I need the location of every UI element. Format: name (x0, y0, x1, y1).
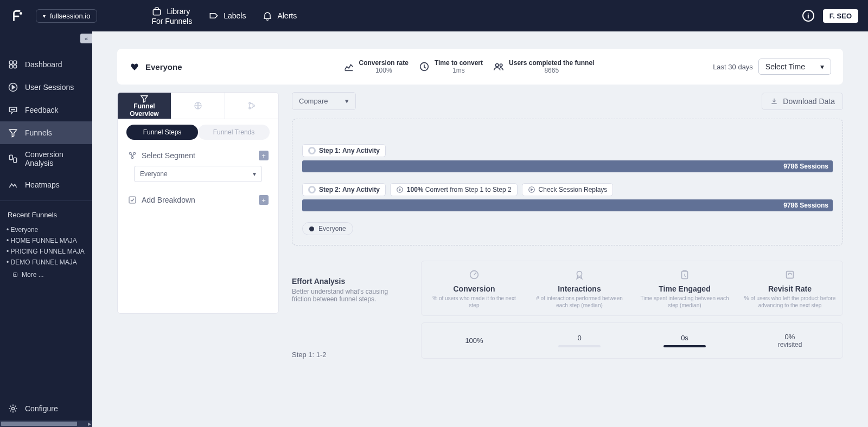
download-label: Download Data (783, 97, 835, 106)
metric-label: Conversion rate (359, 59, 409, 67)
step-label: Step 1: Any Activity (319, 147, 380, 154)
effort-revisit-value: 0% (785, 333, 795, 341)
main-content: Everyone Conversion rate100% Time to con… (92, 31, 868, 427)
metric-value: 100% (359, 67, 409, 74)
effort-time-engaged-value: 0s (681, 334, 688, 342)
sidebar-collapse[interactable]: « (80, 34, 92, 43)
sidebar-item-conversion-analysis[interactable]: Conversion Analysis (0, 144, 92, 173)
add-breakdown-label: Add Breakdown (142, 196, 195, 204)
svg-point-23 (131, 157, 133, 159)
info-icon[interactable]: i (802, 10, 814, 22)
gauge-icon (468, 269, 480, 281)
funnel-conversion-chip: 100% Convert from Step 1 to Step 2 (390, 183, 518, 196)
recent-funnel-item[interactable]: PRICING FUNNEL MAJA (12, 246, 85, 257)
nav-labels[interactable]: Labels (208, 6, 246, 25)
progress-bar (558, 345, 601, 347)
sidebar-item-feedback[interactable]: Feedback (0, 99, 92, 121)
recent-funnel-item[interactable]: Everyone (12, 224, 85, 235)
svg-rect-2 (9, 61, 12, 64)
svg-rect-30 (787, 271, 794, 279)
clock-icon (418, 61, 430, 73)
segment-dropdown[interactable]: Everyone ▾ (134, 166, 262, 182)
recent-funnel-item[interactable]: HOME FUNNEL MAJA (12, 235, 85, 246)
download-icon (770, 97, 778, 106)
sidebar-item-heatmaps[interactable]: Heatmaps (0, 173, 92, 196)
sidebar-label: Feedback (25, 106, 58, 114)
chart-icon (343, 61, 355, 73)
subtab-funnel-trends[interactable]: Funnel Trends (198, 125, 270, 140)
check-session-replays-button[interactable]: Check Session Replays (522, 183, 614, 196)
add-breakdown-button[interactable]: + (259, 195, 269, 205)
effort-col-desc: # of interactions performed between each… (532, 295, 627, 309)
arrow-down-icon (396, 186, 404, 193)
chevron-down-icon: ▾ (345, 97, 349, 105)
date-range-label: Last 30 days (713, 63, 753, 71)
segment-value: Everyone (140, 170, 168, 178)
workspace-name: fullsession.io (50, 12, 90, 20)
sidebar-item-user-sessions[interactable]: User Sessions (0, 76, 92, 99)
svg-rect-1 (154, 10, 161, 15)
radio-icon (308, 186, 316, 193)
svg-rect-10 (9, 155, 12, 159)
nav-library[interactable]: Library (151, 6, 192, 17)
metric-value: 8665 (509, 67, 594, 74)
effort-col-title: Revisit Rate (743, 284, 837, 293)
sidebar-item-configure[interactable]: Configure (0, 397, 92, 420)
sidebar-scrollbar[interactable]: ▶ (0, 420, 92, 427)
tab-label: Funnel (133, 102, 155, 110)
sidebar-item-funnels[interactable]: Funnels (0, 121, 92, 144)
legend-item: Everyone (302, 222, 353, 235)
sidebar: « Dashboard User Sessions Feedback Funne… (0, 31, 92, 427)
svg-point-13 (12, 407, 15, 410)
globe-icon (193, 101, 203, 111)
funnel-bar-1: 9786 Sessions (302, 160, 833, 172)
replay-label: Check Session Replays (539, 186, 608, 193)
heart-icon (129, 61, 140, 72)
effort-col-desc: % of users who left the product before a… (743, 295, 837, 309)
sidebar-label: Configure (25, 404, 58, 413)
download-data-button[interactable]: Download Data (762, 93, 843, 110)
effort-headers: Conversion % of users who made it to the… (421, 261, 843, 316)
tab-secondary-2[interactable] (225, 93, 278, 119)
recent-funnel-item[interactable]: DEMO FUNNEL MAJA (12, 257, 85, 268)
svg-rect-4 (9, 65, 12, 68)
svg-point-9 (14, 109, 15, 110)
svg-rect-11 (14, 158, 17, 162)
effort-col-title: Time Engaged (637, 284, 732, 293)
svg-point-15 (496, 64, 499, 67)
workspace-select[interactable]: ▾ fullsession.io (36, 9, 97, 23)
tab-label: Overview (130, 110, 158, 118)
effort-col-title: Interactions (532, 284, 627, 293)
tab-funnel-overview[interactable]: Funnel Overview (118, 93, 171, 119)
compare-dropdown[interactable]: Compare ▾ (292, 92, 356, 110)
add-segment-button[interactable]: + (259, 151, 269, 160)
play-icon (528, 186, 535, 193)
metrics-bar: Everyone Conversion rate100% Time to con… (117, 49, 843, 85)
user-menu[interactable]: F. SEO (823, 9, 858, 23)
select-time-label: Select Time (765, 62, 805, 71)
funnel-step-2[interactable]: Step 2: Any Activity (302, 183, 386, 196)
chevron-down-icon: ▾ (43, 13, 46, 19)
branch-icon (247, 101, 257, 111)
recent-funnels-list: Everyone HOME FUNNEL MAJA PRICING FUNNEL… (0, 224, 92, 268)
funnel-step-1[interactable]: Step 1: Any Activity (302, 144, 386, 157)
metric-label: Time to convert (435, 59, 483, 67)
tab-secondary-1[interactable] (171, 93, 225, 119)
radio-icon (308, 147, 316, 154)
svg-point-28 (577, 271, 582, 276)
users-icon (493, 61, 505, 73)
segment-icon (127, 151, 137, 160)
conversion-pct: 100% (407, 186, 424, 193)
sidebar-label: Dashboard (25, 60, 62, 69)
recent-funnels-more[interactable]: More ... (0, 268, 92, 279)
sidebar-label: Heatmaps (25, 180, 60, 189)
sidebar-item-dashboard[interactable]: Dashboard (0, 53, 92, 76)
legend-label: Everyone (318, 225, 346, 232)
conversion-text: Convert from Step 1 to Step 2 (424, 186, 512, 193)
select-time-dropdown[interactable]: Select Time ▾ (758, 59, 831, 75)
subtab-funnel-steps[interactable]: Funnel Steps (126, 125, 198, 140)
effort-col-title: Conversion (427, 284, 521, 293)
nav-alerts[interactable]: Alerts (262, 6, 297, 25)
top-nav: Library For Funnels Labels Alerts (151, 6, 297, 25)
legend-dot-icon (309, 227, 314, 231)
